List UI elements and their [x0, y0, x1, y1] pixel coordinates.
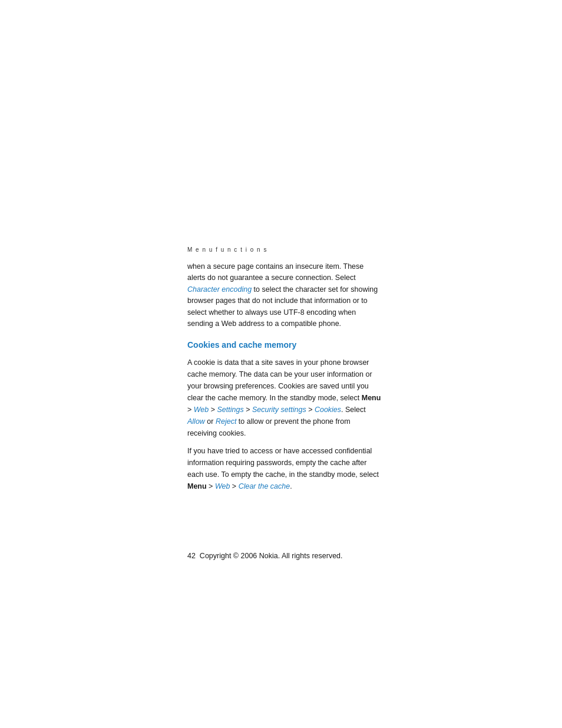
p2-clear-cache-link[interactable]: Clear the cache — [239, 482, 290, 490]
p1-settings-link[interactable]: Settings — [217, 406, 244, 414]
p1-text4: > — [244, 406, 252, 414]
page-number: 42 — [187, 552, 196, 560]
p1-web-link[interactable]: Web — [194, 406, 209, 414]
p2-text4: . — [290, 482, 292, 490]
character-encoding-link[interactable]: Character encoding — [187, 285, 252, 294]
section-label: M e n u f u n c t i o n s — [187, 246, 382, 253]
p2-bold1: Menu — [187, 482, 207, 490]
copyright-text: Copyright © 2006 Nokia. All rights reser… — [200, 552, 343, 560]
p1-allow-link[interactable]: Allow — [187, 417, 205, 426]
p1-text1: A cookie is data that a site saves in yo… — [187, 358, 372, 402]
paragraph-cookies-1: A cookie is data that a site saves in yo… — [187, 357, 382, 439]
p2-text2: > — [207, 482, 215, 490]
content-area: M e n u f u n c t i o n s when a secure … — [187, 246, 382, 498]
footer: 42 Copyright © 2006 Nokia. All rights re… — [187, 552, 382, 560]
p2-web-link[interactable]: Web — [215, 482, 230, 490]
p1-text7: or — [205, 417, 216, 426]
p1-security-settings-link[interactable]: Security settings — [252, 406, 306, 414]
p1-text3: > — [209, 406, 217, 414]
p1-text5: > — [306, 406, 315, 414]
p2-text3: > — [230, 482, 238, 490]
p1-text6: . Select — [341, 406, 366, 414]
p1-bold1: Menu — [362, 394, 381, 402]
p2-text1: If you have tried to access or have acce… — [187, 447, 379, 479]
p1-cookies-link[interactable]: Cookies — [315, 406, 341, 414]
intro-text-before-link: when a secure page contains an insecure … — [187, 262, 363, 282]
intro-paragraph: when a secure page contains an insecure … — [187, 261, 382, 330]
p1-text2: > — [187, 406, 194, 414]
section-heading-cookies: Cookies and cache memory — [187, 340, 382, 350]
page: M e n u f u n c t i o n s when a secure … — [0, 0, 562, 728]
p1-reject-link[interactable]: Reject — [216, 417, 236, 426]
footer-text: 42 Copyright © 2006 Nokia. All rights re… — [187, 552, 382, 560]
paragraph-cookies-2: If you have tried to access or have acce… — [187, 445, 382, 492]
